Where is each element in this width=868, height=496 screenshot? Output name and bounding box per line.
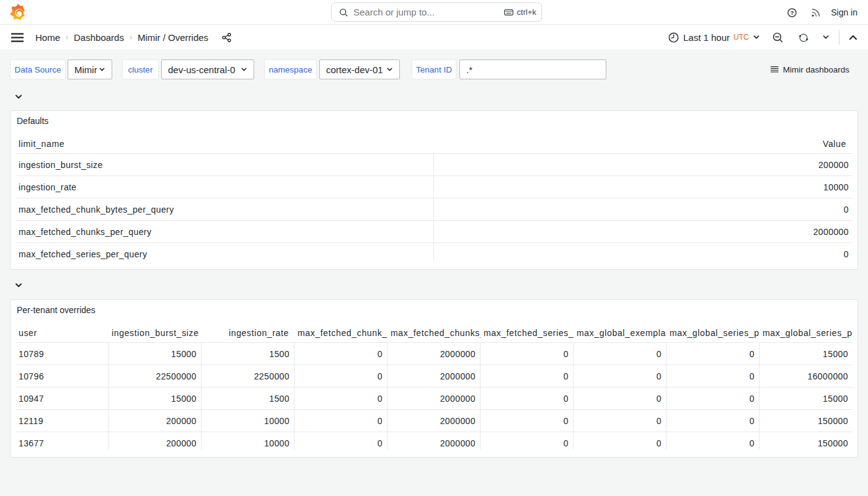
svg-text:?: ? xyxy=(790,10,794,16)
